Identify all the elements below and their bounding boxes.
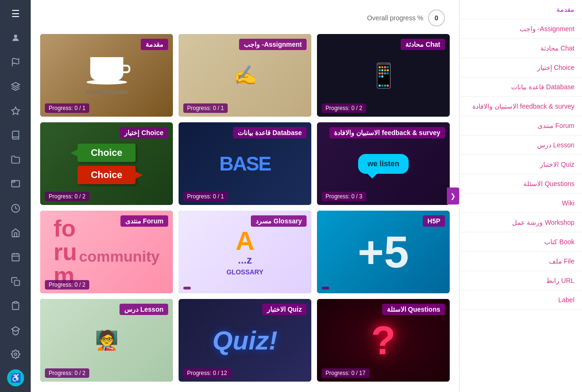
menu-icon[interactable]: ☰ — [7, 6, 24, 22]
card-chat-progress: Progress: 0 / 2 — [322, 103, 366, 113]
card-questions[interactable]: ? Questions الاسئلة Progress: 0 / 17 — [317, 299, 450, 382]
card-feedback[interactable]: we listen feedback & survey الاستبيان وا… — [317, 122, 450, 205]
card-questions-progress: Progress: 0 / 17 — [322, 368, 369, 378]
card-questions-title: Questions الاسئلة — [382, 304, 445, 315]
card-database-title: Database قاعدة بيانات — [233, 127, 307, 138]
card-lesson-title: Lesson درس — [120, 304, 168, 315]
card-feedback-progress: Progress: 0 / 3 — [322, 192, 366, 201]
settings-icon[interactable] — [7, 346, 24, 363]
svg-rect-7 — [12, 254, 19, 261]
card-glossary-title: Glossary مسرد — [251, 215, 307, 227]
card-lesson-progress: Progress: 0 / 2 — [45, 368, 89, 378]
card-quiz-progress: Progress: 0 / 12 — [183, 368, 231, 378]
right-sidebar-item-database[interactable]: Database قاعدة بيانات — [460, 77, 582, 97]
copy-icon[interactable] — [7, 273, 24, 290]
card-choice-title: Choice إختيار — [120, 127, 168, 138]
right-sidebar-item-chat[interactable]: Chat محادثة — [460, 39, 582, 58]
card-glossary[interactable]: A ...z GLOSSARY Glossary مسرد — [179, 211, 311, 293]
mortarboard-icon[interactable] — [7, 322, 24, 339]
svg-point-14 — [14, 353, 17, 356]
layers-icon[interactable] — [7, 79, 24, 95]
card-database[interactable]: BASE Database قاعدة بيانات Progress: 0 /… — [179, 122, 311, 205]
overall-progress-value: 0 — [428, 9, 445, 26]
right-sidebar-item-workshop[interactable]: Workshop ورشة عمل — [460, 213, 582, 232]
accessibility-icon[interactable]: ♿ — [7, 369, 24, 386]
right-sidebar-item-label[interactable]: Label — [460, 290, 582, 310]
card-muqadima[interactable]: مقدمة Progress: 0 / 1 — [40, 34, 173, 117]
right-sidebar-item-wiki[interactable]: Wiki — [460, 194, 582, 213]
right-sidebar-item-file[interactable]: File ملف — [460, 252, 582, 271]
card-choice[interactable]: ◀ Choice Choice ▶ Choice إختيار Progress… — [40, 122, 173, 205]
right-sidebar-item-questions[interactable]: Questions الاسئلة — [460, 174, 582, 194]
home-icon[interactable] — [7, 225, 24, 241]
folder-icon[interactable] — [7, 152, 24, 168]
right-sidebar-item-quiz[interactable]: Quiz الاختبار — [460, 155, 582, 174]
svg-point-0 — [14, 35, 17, 38]
overall-progress-bar: Overall progress % 0 — [40, 9, 450, 26]
card-forum[interactable]: forum community Forum منتدى Progress: 0 … — [40, 211, 173, 293]
book-icon[interactable] — [7, 128, 24, 144]
card-forum-progress: Progress: 0 / 2 — [45, 280, 89, 290]
svg-rect-5 — [11, 181, 19, 187]
card-quiz[interactable]: Quiz! Quiz الاختبار Progress: 0 / 12 — [179, 299, 311, 382]
card-choice-progress: Progress: 0 / 2 — [45, 192, 89, 201]
card-assignment-progress: Progress: 0 / 1 — [183, 103, 228, 113]
card-h5p[interactable]: +5 H5P — [317, 211, 450, 293]
card-glossary-progress — [183, 287, 191, 290]
collapse-button[interactable]: ❯ — [447, 187, 459, 205]
right-sidebar-item-muqadima[interactable]: مقدمة — [460, 0, 582, 19]
card-h5p-title: H5P — [423, 215, 445, 227]
svg-rect-12 — [14, 302, 17, 303]
calendar-icon[interactable] — [7, 249, 24, 265]
main-content: Overall progress % 0 — [31, 0, 582, 392]
card-forum-title: Forum منتدى — [120, 215, 168, 227]
right-sidebar-item-feedback[interactable]: feedback & survey الاستبيان والافادة — [460, 97, 582, 116]
card-assignment-title: Assignment- واجب — [239, 39, 307, 50]
card-lesson[interactable]: 🧑‍🏫 Lesson درس Progress: 0 / 2 — [40, 299, 173, 382]
card-muqadima-progress: Progress: 0 / 1 — [45, 103, 89, 113]
card-database-progress: Progress: 0 / 1 — [183, 192, 228, 201]
left-sidebar: ☰ ♿ — [0, 0, 31, 392]
clock-icon[interactable] — [7, 200, 24, 216]
card-assignment[interactable]: ✍ Assignment- واجب Progress: 0 / 1 — [179, 34, 311, 117]
collapse-arrow-icon[interactable]: ❯ — [447, 187, 459, 205]
card-h5p-progress — [322, 287, 329, 290]
right-sidebar-item-url[interactable]: URL رابط — [460, 271, 582, 290]
card-chat[interactable]: 📱 Chat محادثة Progress: 0 / 2 — [317, 34, 450, 117]
card-muqadima-title: مقدمة — [141, 39, 168, 50]
user-icon[interactable] — [7, 30, 24, 46]
clipboard-icon[interactable] — [7, 298, 24, 314]
star-icon[interactable] — [7, 103, 24, 119]
card-feedback-title: feedback & survey الاستبيان والافادة — [329, 127, 445, 138]
overall-progress-label: Overall progress % — [367, 14, 423, 22]
svg-marker-3 — [11, 107, 19, 115]
right-sidebar-item-forum[interactable]: Forum منتدى — [460, 116, 582, 136]
card-quiz-title: Quiz الاختبار — [262, 304, 307, 315]
content-area: Overall progress % 0 — [31, 0, 459, 392]
right-sidebar-item-assignment[interactable]: Assignment- واجب — [460, 19, 582, 39]
right-sidebar: مقدمة Assignment- واجب Chat محادثة Choic… — [459, 0, 582, 392]
card-chat-title: Chat محادثة — [401, 39, 445, 50]
right-sidebar-item-book[interactable]: Book كتاب — [460, 232, 582, 252]
cards-grid: مقدمة Progress: 0 / 1 ✍ Assignment- واجب… — [40, 34, 450, 382]
folder2-icon[interactable] — [7, 176, 24, 192]
svg-rect-11 — [14, 280, 19, 285]
svg-marker-2 — [11, 83, 19, 86]
right-sidebar-item-lesson[interactable]: Lesson درس — [460, 136, 582, 155]
flag-icon[interactable] — [7, 54, 24, 70]
right-sidebar-item-choice[interactable]: Choice إختيار — [460, 58, 582, 77]
